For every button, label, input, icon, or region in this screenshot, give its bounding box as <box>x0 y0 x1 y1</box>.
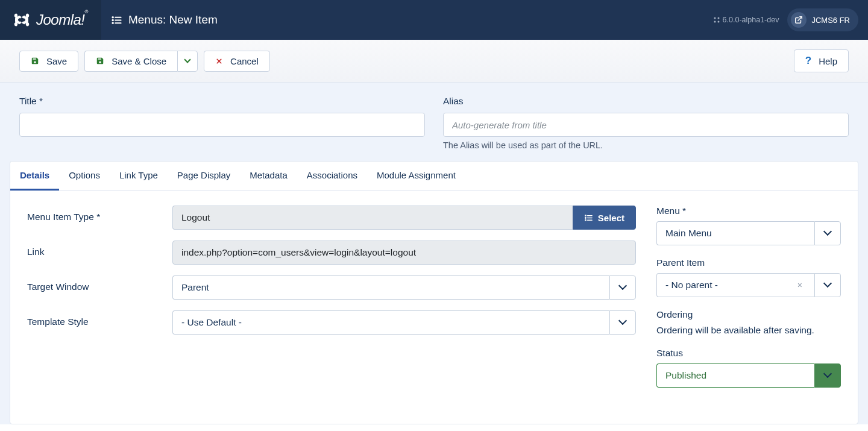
status-label: Status <box>656 348 841 359</box>
select-label: Select <box>598 213 624 223</box>
menu-label: Menu * <box>656 206 841 216</box>
help-label: Help <box>819 56 837 66</box>
external-link-icon <box>791 12 807 28</box>
joomla-logo-icon <box>13 11 30 28</box>
menu-item-type-label: Menu Item Type * <box>27 206 169 222</box>
alias-help: The Alias will be used as part of the UR… <box>443 140 849 150</box>
status-select[interactable]: Published <box>656 363 841 388</box>
status-value: Published <box>656 363 814 388</box>
link-value: index.php?option=com_users&view=login&la… <box>172 241 636 265</box>
menu-item-type-value: Logout <box>172 206 573 230</box>
list-icon <box>584 213 593 222</box>
select-type-button[interactable]: Select <box>573 206 636 230</box>
page-title-bar: Menus: New Item 6.0.0-alpha1-dev JCMS6 F… <box>101 0 868 40</box>
chevron-down-icon <box>609 310 636 335</box>
logo-area[interactable]: Joomla!® <box>0 0 101 40</box>
tab-associations[interactable]: Associations <box>297 162 367 190</box>
svg-point-6 <box>714 17 715 19</box>
svg-point-18 <box>585 219 586 220</box>
list-icon <box>111 14 122 26</box>
chevron-down-icon <box>184 56 190 63</box>
page-title: Menus: New Item <box>111 13 218 27</box>
chevron-down-icon <box>609 275 636 300</box>
cancel-button[interactable]: Cancel <box>204 51 270 72</box>
parent-value: - No parent - × <box>656 273 814 297</box>
clear-icon[interactable]: × <box>794 280 806 290</box>
tabs: Details Options Link Type Page Display M… <box>10 162 858 191</box>
tab-page-display[interactable]: Page Display <box>168 162 240 190</box>
parent-item-select[interactable]: - No parent - × <box>656 273 841 297</box>
svg-point-9 <box>717 21 719 23</box>
svg-point-7 <box>717 17 719 19</box>
tab-link-type[interactable]: Link Type <box>110 162 168 190</box>
parent-item-label: Parent Item <box>656 257 841 268</box>
cancel-label: Cancel <box>230 56 259 66</box>
save-icon <box>96 57 104 65</box>
joomla-small-icon <box>713 16 720 24</box>
svg-point-3 <box>112 16 113 17</box>
title-label: Title * <box>19 96 425 107</box>
chevron-down-icon <box>814 363 841 388</box>
svg-point-16 <box>585 215 586 216</box>
logo-text: Joomla!® <box>36 11 88 28</box>
tab-module-assignment[interactable]: Module Assignment <box>367 162 465 190</box>
alias-input[interactable] <box>443 113 849 137</box>
tab-metadata[interactable]: Metadata <box>240 162 297 190</box>
help-icon: ? <box>805 55 811 67</box>
header-bar: Joomla!® Menus: New Item 6.0.0-alpha1-de… <box>0 0 868 40</box>
tab-details[interactable]: Details <box>10 162 59 190</box>
menu-value: Main Menu <box>656 221 814 245</box>
svg-point-17 <box>585 217 586 218</box>
ordering-label: Ordering <box>656 309 841 320</box>
save-close-group: Save & Close <box>84 51 198 72</box>
target-value: Parent <box>172 275 609 300</box>
tab-options[interactable]: Options <box>59 162 110 190</box>
site-name: JCMS6 FR <box>811 16 850 25</box>
target-window-label: Target Window <box>27 275 169 292</box>
svg-line-10 <box>798 17 802 20</box>
version-badge[interactable]: 6.0.0-alpha1-dev <box>713 16 779 24</box>
save-button[interactable]: Save <box>19 51 78 72</box>
alias-label: Alias <box>443 96 849 107</box>
svg-point-4 <box>112 19 113 20</box>
chevron-down-icon <box>814 221 841 245</box>
help-button[interactable]: ? Help <box>794 49 849 72</box>
content-area: Title * Alias The Alias will be used as … <box>0 83 868 424</box>
save-close-label: Save & Close <box>112 56 166 66</box>
menu-select[interactable]: Main Menu <box>656 221 841 245</box>
template-value: - Use Default - <box>172 310 609 335</box>
toolbar: Save Save & Close Cancel ? Help <box>0 40 868 83</box>
title-input[interactable] <box>19 113 425 137</box>
template-style-select[interactable]: - Use Default - <box>172 310 636 335</box>
save-label: Save <box>46 56 67 66</box>
svg-point-5 <box>112 22 113 24</box>
save-close-button[interactable]: Save & Close <box>84 51 177 72</box>
close-icon <box>215 57 223 65</box>
ordering-text: Ordering will be available after saving. <box>656 325 841 336</box>
target-window-select[interactable]: Parent <box>172 275 636 300</box>
save-close-dropdown[interactable] <box>177 51 198 72</box>
svg-point-8 <box>714 21 715 23</box>
template-style-label: Template Style <box>27 310 169 327</box>
chevron-down-icon <box>814 273 841 297</box>
save-icon <box>31 57 39 65</box>
site-link-chip[interactable]: JCMS6 FR <box>787 8 858 31</box>
link-label: Link <box>27 241 169 257</box>
